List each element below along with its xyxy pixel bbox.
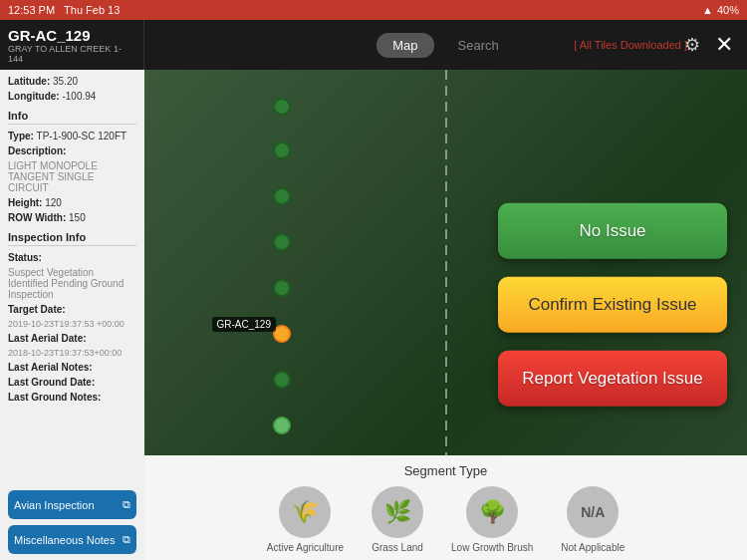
type-row: Type: TP-1-900-SC 120FT bbox=[8, 131, 136, 141]
node-5 bbox=[273, 279, 291, 297]
map-tab[interactable]: Map bbox=[376, 33, 433, 58]
status-right: ▲ 40% bbox=[702, 4, 739, 16]
aerial-date-row: Last Aerial Date: bbox=[8, 333, 136, 344]
inspection-section-title: Inspection Info bbox=[8, 231, 136, 246]
segment-type-panel: Segment Type 🌾 Active Agriculture 🌿 Gras… bbox=[144, 455, 747, 560]
status-label: Status: bbox=[8, 252, 42, 263]
sidebar-bottom: Avian Inspection ⧉ Miscellaneous Notes ⧉ bbox=[8, 490, 136, 554]
longitude-label: Longitude: bbox=[8, 91, 60, 102]
sidebar-header: GR-AC_129 GRAY TO ALLEN CREEK 1-144 bbox=[0, 20, 144, 70]
description-row: Description: bbox=[8, 145, 136, 156]
status-value: Suspect Vegetation Identified Pending Gr… bbox=[8, 267, 136, 300]
info-section-title: Info bbox=[8, 110, 136, 125]
main-content: Latitude: 35.20 Longitude: -100.94 Info … bbox=[0, 70, 747, 560]
confirm-issue-button[interactable]: Confirm Existing Issue bbox=[498, 277, 727, 333]
aerial-notes-row: Last Aerial Notes: bbox=[8, 362, 136, 373]
external-link-icon: ⧉ bbox=[123, 498, 130, 511]
map-header: Map Search [ All Tiles Downloaded ] ⚙ ✕ bbox=[144, 20, 747, 70]
ground-date-row: Last Ground Date: bbox=[8, 377, 136, 388]
latitude-value: 35.20 bbox=[53, 76, 78, 87]
segment-item-grassland[interactable]: 🌿 Grass Land bbox=[372, 486, 423, 553]
node-7 bbox=[273, 371, 291, 389]
node-1 bbox=[273, 98, 291, 116]
segment-type-title: Segment Type bbox=[404, 463, 488, 478]
action-overlay: No Issue Confirm Existing Issue Report V… bbox=[498, 203, 727, 407]
row-width-label: ROW Width: bbox=[8, 212, 66, 223]
segment-icons: 🌾 Active Agriculture 🌿 Grass Land 🌳 Low … bbox=[267, 486, 624, 553]
node-4 bbox=[273, 233, 291, 251]
map-asset-label: GR-AC_129 bbox=[212, 317, 276, 332]
row-width-value: 150 bbox=[69, 212, 86, 223]
header: GR-AC_129 GRAY TO ALLEN CREEK 1-144 Map … bbox=[0, 20, 747, 70]
target-date-value: 2019-10-23T19:37:53 +00:00 bbox=[8, 319, 136, 329]
na-icon: N/A bbox=[567, 486, 619, 538]
close-button[interactable]: ✕ bbox=[709, 30, 739, 60]
battery-icon: 40% bbox=[717, 4, 739, 16]
tiles-badge: [ All Tiles Downloaded ] bbox=[574, 39, 687, 51]
brush-label: Low Growth Brush bbox=[451, 542, 533, 553]
height-label: Height: bbox=[8, 197, 42, 208]
sidebar: Latitude: 35.20 Longitude: -100.94 Info … bbox=[0, 70, 144, 560]
longitude-value: -100.94 bbox=[62, 91, 96, 102]
latitude-row: Latitude: 35.20 bbox=[8, 76, 136, 87]
ground-date-label: Last Ground Date: bbox=[8, 377, 95, 388]
avian-inspection-button[interactable]: Avian Inspection ⧉ bbox=[8, 490, 136, 519]
status-time: 12:53 PM Thu Feb 13 bbox=[8, 4, 120, 16]
description-value: LIGHT MONOPOLE TANGENT SINGLE CIRCUIT bbox=[8, 160, 136, 193]
status-row: Status: bbox=[8, 252, 136, 263]
ground-notes-row: Last Ground Notes: bbox=[8, 392, 136, 403]
ground-notes-label: Last Ground Notes: bbox=[8, 392, 101, 403]
segment-item-agriculture[interactable]: 🌾 Active Agriculture bbox=[267, 486, 344, 553]
type-value: TP-1-900-SC 120FT bbox=[37, 131, 127, 141]
map-area: GR-AC_129 No Issue Confirm Existing Issu… bbox=[144, 70, 747, 560]
longitude-row: Longitude: -100.94 bbox=[8, 91, 136, 102]
target-date-row: Target Date: bbox=[8, 304, 136, 315]
node-2 bbox=[273, 141, 291, 159]
gear-button[interactable]: ⚙ bbox=[677, 30, 707, 60]
grassland-icon: 🌿 bbox=[372, 486, 423, 538]
segment-item-na[interactable]: N/A Not Applicable bbox=[561, 486, 624, 553]
node-3 bbox=[273, 187, 291, 205]
na-label: Not Applicable bbox=[561, 542, 624, 553]
status-bar: 12:53 PM Thu Feb 13 ▲ 40% bbox=[0, 0, 747, 20]
asset-title: GR-AC_129 bbox=[8, 27, 135, 44]
height-value: 120 bbox=[45, 197, 62, 208]
search-tab[interactable]: Search bbox=[442, 33, 515, 58]
node-8 bbox=[273, 417, 291, 434]
agriculture-label: Active Agriculture bbox=[267, 542, 344, 553]
target-date-label: Target Date: bbox=[8, 304, 66, 315]
height-row: Height: 120 bbox=[8, 197, 136, 208]
row-width-row: ROW Width: 150 bbox=[8, 212, 136, 223]
brush-icon: 🌳 bbox=[466, 486, 518, 538]
grassland-label: Grass Land bbox=[372, 542, 423, 553]
asset-subtitle: GRAY TO ALLEN CREEK 1-144 bbox=[8, 44, 135, 64]
agriculture-icon: 🌾 bbox=[279, 486, 331, 538]
aerial-date-value: 2018-10-23T19:37:53+00:00 bbox=[8, 348, 136, 358]
wifi-icon: ▲ bbox=[702, 4, 713, 16]
aerial-date-label: Last Aerial Date: bbox=[8, 333, 87, 344]
report-vegetation-button[interactable]: Report Vegetation Issue bbox=[498, 351, 727, 407]
latitude-label: Latitude: bbox=[8, 76, 50, 87]
segment-item-brush[interactable]: 🌳 Low Growth Brush bbox=[451, 486, 533, 553]
description-label: Description: bbox=[8, 145, 66, 156]
aerial-notes-label: Last Aerial Notes: bbox=[8, 362, 93, 373]
no-issue-button[interactable]: No Issue bbox=[498, 203, 727, 259]
type-label: Type: bbox=[8, 131, 34, 141]
external-link-icon-2: ⧉ bbox=[123, 533, 130, 546]
miscellaneous-notes-button[interactable]: Miscellaneous Notes ⧉ bbox=[8, 525, 136, 554]
